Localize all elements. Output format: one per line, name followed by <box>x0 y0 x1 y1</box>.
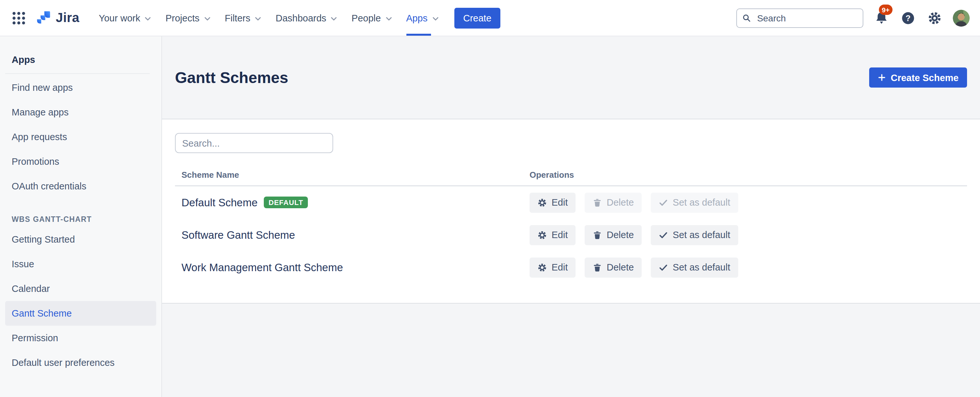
sidebar-item-gantt-scheme[interactable]: Gantt Scheme <box>5 301 156 326</box>
sidebar-item-default-user-preferences[interactable]: Default user preferences <box>5 350 156 375</box>
sidebar-item-label: Default user preferences <box>12 357 115 368</box>
settings-button[interactable] <box>926 10 943 26</box>
nav-right-group: 9+ <box>736 8 970 27</box>
nav-item-label: Projects <box>165 13 200 23</box>
nav-item-people[interactable]: People <box>345 0 399 36</box>
sidebar-item-label: OAuth credentials <box>12 181 86 191</box>
search-icon <box>742 13 751 23</box>
main-content: Gantt Schemes Create Scheme Scheme Name … <box>162 36 980 397</box>
edit-button[interactable]: Edit <box>530 257 576 277</box>
set-as-default-button[interactable]: Set as default <box>651 225 738 245</box>
delete-label: Delete <box>607 262 634 273</box>
scheme-filter-input[interactable] <box>175 133 333 153</box>
trash-icon <box>592 262 602 272</box>
delete-button-disabled: Delete <box>585 192 642 212</box>
app-switcher-icon[interactable] <box>10 10 27 26</box>
question-mark-icon <box>901 11 915 25</box>
nav-item-projects[interactable]: Projects <box>159 0 218 36</box>
jira-logo-icon <box>36 10 51 26</box>
edit-label: Edit <box>552 262 568 273</box>
delete-button[interactable]: Delete <box>585 225 642 245</box>
schemes-panel: Scheme Name Operations Default Scheme DE… <box>162 120 980 304</box>
sidebar-item-find-new-apps[interactable]: Find new apps <box>5 75 156 100</box>
nav-item-filters[interactable]: Filters <box>218 0 269 36</box>
chevron-down-icon <box>143 14 153 23</box>
sidebar-item-label: Manage apps <box>12 107 69 117</box>
scheme-name: Software Gantt Scheme <box>181 229 295 241</box>
gear-icon <box>928 11 942 25</box>
edit-button[interactable]: Edit <box>530 225 576 245</box>
sidebar-item-label: Calendar <box>12 284 50 294</box>
check-icon <box>659 198 668 207</box>
edit-label: Edit <box>552 230 568 240</box>
sidebar-item-permission[interactable]: Permission <box>5 326 156 350</box>
create-scheme-button[interactable]: Create Scheme <box>869 67 967 88</box>
delete-button[interactable]: Delete <box>585 257 642 277</box>
top-navigation-bar: Jira Your work Projects Filters Dashboar… <box>0 0 980 36</box>
primary-nav-menu: Your work Projects Filters Dashboards Pe… <box>92 0 446 36</box>
set-as-default-label: Set as default <box>673 262 730 273</box>
set-as-default-button[interactable]: Set as default <box>651 257 738 277</box>
column-header-scheme-name: Scheme Name <box>175 170 530 180</box>
trash-icon <box>592 198 602 207</box>
table-row: Default Scheme DEFAULT Edit Delete Set a… <box>175 186 967 218</box>
gear-icon <box>537 230 547 240</box>
nav-item-label: People <box>352 13 381 23</box>
nav-item-dashboards[interactable]: Dashboards <box>269 0 345 36</box>
nav-item-apps[interactable]: Apps <box>399 0 446 36</box>
sidebar-item-getting-started[interactable]: Getting Started <box>5 227 156 252</box>
apps-sidebar: Apps Find new apps Manage apps App reque… <box>0 36 162 397</box>
trash-icon <box>592 230 602 240</box>
sidebar-item-app-requests[interactable]: App requests <box>5 124 156 149</box>
chevron-down-icon <box>253 14 262 23</box>
help-button[interactable] <box>900 10 916 26</box>
sidebar-item-calendar[interactable]: Calendar <box>5 276 156 301</box>
sidebar-item-label: Permission <box>12 333 58 343</box>
nav-item-your-work[interactable]: Your work <box>92 0 159 36</box>
nav-item-label: Apps <box>406 13 428 23</box>
page-title: Gantt Schemes <box>175 69 288 87</box>
edit-label: Edit <box>552 197 568 207</box>
sidebar-item-label: App requests <box>12 132 67 142</box>
scheme-name-cell: Default Scheme DEFAULT <box>175 196 530 209</box>
operations-cell: Edit Delete Set as default <box>530 225 967 245</box>
page-header: Gantt Schemes Create Scheme <box>162 36 980 120</box>
user-avatar[interactable] <box>953 10 970 26</box>
sidebar-item-issue[interactable]: Issue <box>5 252 156 276</box>
sidebar-item-label: Gantt Scheme <box>12 308 72 319</box>
sidebar-item-label: Getting Started <box>12 234 75 245</box>
sidebar-item-label: Issue <box>12 259 34 269</box>
sidebar-item-oauth-credentials[interactable]: OAuth credentials <box>5 174 156 199</box>
sidebar-item-promotions[interactable]: Promotions <box>5 149 156 174</box>
global-search-input[interactable] <box>756 12 858 24</box>
chevron-down-icon <box>384 14 393 23</box>
global-search[interactable] <box>736 8 863 27</box>
sidebar-section-list: Getting Started Issue Calendar Gantt Sch… <box>0 226 161 375</box>
notifications-button[interactable]: 9+ <box>873 10 890 26</box>
jira-logo[interactable]: Jira <box>36 10 80 26</box>
sidebar-item-label: Find new apps <box>12 82 73 93</box>
chevron-down-icon <box>202 14 212 23</box>
create-button[interactable]: Create <box>454 8 500 28</box>
jira-logo-text: Jira <box>56 10 80 25</box>
table-row: Work Management Gantt Scheme Edit Delete… <box>175 251 967 284</box>
delete-label: Delete <box>607 197 634 207</box>
table-row: Software Gantt Scheme Edit Delete Set as… <box>175 218 967 251</box>
sidebar-heading: Apps <box>12 54 161 65</box>
nav-left-group: Jira Your work Projects Filters Dashboar… <box>10 0 500 36</box>
chevron-down-icon <box>329 14 339 23</box>
sidebar-item-manage-apps[interactable]: Manage apps <box>5 100 156 124</box>
edit-button[interactable]: Edit <box>530 192 576 212</box>
avatar-photo <box>953 10 970 26</box>
scheme-name-cell: Software Gantt Scheme <box>175 229 530 241</box>
scheme-name: Work Management Gantt Scheme <box>181 261 343 273</box>
column-header-operations: Operations <box>530 170 967 180</box>
jira-app: Jira Your work Projects Filters Dashboar… <box>0 0 980 397</box>
check-icon <box>659 230 668 240</box>
set-as-default-label: Set as default <box>673 230 730 240</box>
nav-item-label: Dashboards <box>275 13 326 23</box>
create-scheme-label: Create Scheme <box>891 72 959 83</box>
nav-item-label: Your work <box>99 13 140 23</box>
default-badge: DEFAULT <box>264 196 308 208</box>
notification-badge: 9+ <box>879 4 892 14</box>
